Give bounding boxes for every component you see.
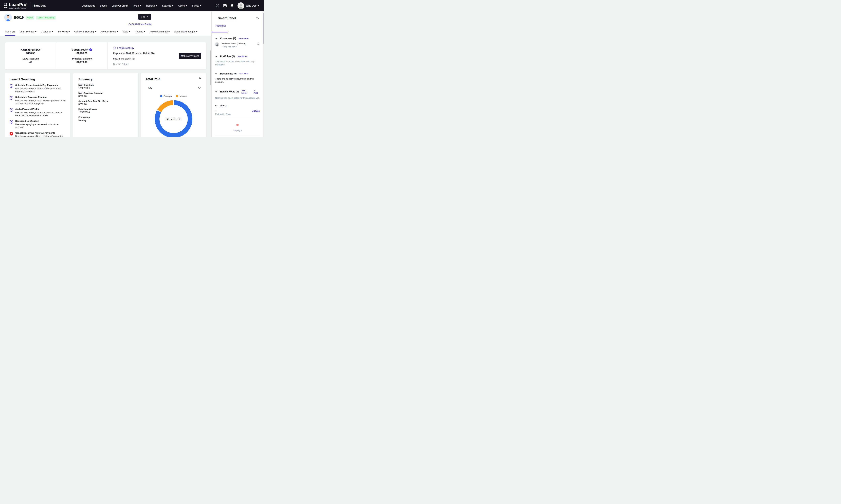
brand-tagline: Modern Credit Platform xyxy=(9,7,28,9)
brand-name: LoanPro® xyxy=(9,2,28,7)
main-content: Amount Past Due $418.56 Days Past Due 49… xyxy=(0,36,211,137)
caret-down-icon xyxy=(147,17,148,17)
help-icon[interactable]: ? xyxy=(216,4,220,7)
add-note-link[interactable]: + Add xyxy=(253,89,260,94)
cancel-x-icon: ✕ xyxy=(10,132,13,136)
notifications-bell-icon[interactable] xyxy=(230,4,234,7)
play-icon xyxy=(10,120,13,124)
smart-panel-title: Smart Panel xyxy=(218,16,236,20)
log-button[interactable]: Log xyxy=(138,14,152,20)
tab-account-setup[interactable]: Account Setup xyxy=(101,30,118,36)
tab-loan-settings[interactable]: Loan Settings xyxy=(20,30,36,36)
tab-servicing[interactable]: Servicing xyxy=(58,30,70,36)
caret-down-icon xyxy=(68,31,70,32)
make-a-payment-button[interactable]: Make a Payment xyxy=(179,53,201,59)
nav-item-tools[interactable]: Tools xyxy=(133,4,141,7)
user-avatar xyxy=(238,2,244,9)
panel-scrollbar[interactable] xyxy=(263,11,264,137)
nav-item-invest[interactable]: Invest xyxy=(192,4,201,7)
customer-name[interactable]: Kayleen Erwin (Primary) xyxy=(222,42,246,45)
total-paid-chart: $1,255.68 xyxy=(155,100,192,137)
environment-name: Sandbox xyxy=(33,4,46,7)
tab-customer[interactable]: Customer xyxy=(41,30,53,36)
chevron-down-icon[interactable] xyxy=(215,91,217,92)
summary-field: FrequencyMonthly xyxy=(78,116,133,122)
update-follow-up-link[interactable]: Update xyxy=(252,110,260,112)
chart-legend: Principal Interest xyxy=(146,95,202,97)
search-icon[interactable] xyxy=(257,42,260,45)
tab-automation-engine[interactable]: Automation Engine xyxy=(150,30,170,36)
walkthrough-item[interactable]: Schedule Recurring AutoPay PaymentsUse t… xyxy=(10,84,66,93)
documents-see-more-link[interactable]: See More xyxy=(239,72,249,75)
caret-down-icon xyxy=(156,5,157,6)
enable-autopay-link[interactable]: Enable AutoPay xyxy=(113,47,206,49)
nav-item-dashboards[interactable]: Dashboards xyxy=(82,4,95,7)
walkthrough-item[interactable]: ✕ Cancel Recurring AutoPay PaymentsUse t… xyxy=(10,131,66,137)
nav-menu: Dashboards Loans Lines Of Credit Tools R… xyxy=(82,4,201,7)
nav-item-loans[interactable]: Loans xyxy=(100,4,107,7)
due-countdown: Due in 12 days xyxy=(113,63,206,66)
refresh-icon[interactable] xyxy=(199,76,202,79)
walkthrough-item[interactable]: Schedule a Payment PromiseUse this walkt… xyxy=(10,96,66,105)
caret-down-icon xyxy=(200,5,201,6)
substatus-badge-open-repaying: Open - Repaying xyxy=(36,16,56,19)
nav-item-lines-of-credit[interactable]: Lines Of Credit xyxy=(112,4,128,7)
loan-header: B0019 Open Open - Repaying Log Go To Old… xyxy=(0,11,211,36)
tab-reports[interactable]: Reports xyxy=(135,30,145,36)
caret-down-icon xyxy=(196,31,197,32)
chevron-down-icon[interactable] xyxy=(215,73,217,74)
caret-down-icon xyxy=(258,5,259,6)
current-payoff-field: Current Payoffi $1,230.73 xyxy=(56,49,107,54)
nav-item-settings[interactable]: Settings xyxy=(162,4,173,7)
go-to-old-loan-profile-link[interactable]: Go To Old Loan Profile xyxy=(128,23,152,25)
borrower-avatar xyxy=(4,14,12,21)
nav-item-users[interactable]: Users xyxy=(178,4,187,7)
mail-icon[interactable] xyxy=(223,4,227,7)
chevron-down-icon[interactable] xyxy=(215,38,217,39)
follow-up-date-label: Follow Up Date xyxy=(215,113,231,115)
tab-tools[interactable]: Tools xyxy=(123,30,130,36)
tab-highlights[interactable]: Highlights xyxy=(215,24,226,27)
alerts-section-header: Alerts xyxy=(215,104,260,107)
stoplight-dot[interactable] xyxy=(236,124,239,126)
follow-up-date-row: - Follow Up Date Update xyxy=(215,110,260,115)
total-paid-amount: $1,255.68 xyxy=(166,117,181,121)
tab-collateral-tracking[interactable]: Collateral Tracking xyxy=(74,30,96,36)
info-icon[interactable]: i xyxy=(89,49,92,51)
scrollbar-thumb[interactable] xyxy=(263,13,264,44)
stoplight-widget: Stoplight xyxy=(215,124,260,132)
notes-see-more-link[interactable]: See More xyxy=(241,89,251,94)
total-paid-card: Total Paid Any Principal Interest xyxy=(141,73,206,137)
top-navbar: LoanPro® Modern Credit Platform Sandbox … xyxy=(0,0,264,11)
summary-field: Date Last Current10/03/2024 xyxy=(78,108,133,113)
summary-field: Next Due Date12/03/2024 xyxy=(78,84,133,89)
summary-card: Summary Next Due Date12/03/2024 Next Pay… xyxy=(73,73,138,137)
tab-agent-walkthroughs[interactable]: Agent Walkthroughs xyxy=(174,30,198,36)
tab-summary[interactable]: Summary xyxy=(5,30,15,36)
collapse-panel-icon[interactable] xyxy=(256,17,260,19)
loanpro-app: LoanPro® Modern Credit Platform Sandbox … xyxy=(0,0,264,137)
loanpro-logo[interactable]: LoanPro® Modern Credit Platform xyxy=(4,2,28,9)
total-paid-filter-select[interactable]: Any xyxy=(148,85,200,90)
user-menu[interactable]: Jane Doe xyxy=(238,2,259,9)
amount-past-due-field: Amount Past Due $418.56 xyxy=(5,49,56,54)
play-icon xyxy=(10,96,13,100)
notes-empty-text: Nothing has been noted for this account … xyxy=(215,96,260,100)
walkthrough-item[interactable]: Add a Payment ProfileUse this walkthroug… xyxy=(10,108,66,117)
scrollbar-thumb[interactable] xyxy=(210,50,211,85)
walkthrough-item[interactable]: Deceased NotificationUse when applying a… xyxy=(10,120,66,129)
content-scrollbar[interactable] xyxy=(210,36,211,137)
registered-mark: ® xyxy=(27,3,28,5)
portfolios-see-more-link[interactable]: See More xyxy=(237,55,247,58)
chevron-down-icon[interactable] xyxy=(215,105,217,106)
level1-servicing-card: Level 1 Servicing Schedule Recurring Aut… xyxy=(5,73,70,137)
play-icon xyxy=(10,84,13,88)
documents-section-header: Documents (0) See More xyxy=(215,72,260,75)
nav-item-reports[interactable]: Reports xyxy=(146,4,157,7)
loanpro-logo-icon xyxy=(4,3,7,8)
chevron-down-icon[interactable] xyxy=(215,56,217,57)
caret-down-icon xyxy=(117,31,118,32)
customers-see-more-link[interactable]: See More xyxy=(239,37,249,40)
portfolios-empty-text: This account is not associated with any … xyxy=(215,60,260,67)
servicing-card-title: Level 1 Servicing xyxy=(10,77,66,81)
